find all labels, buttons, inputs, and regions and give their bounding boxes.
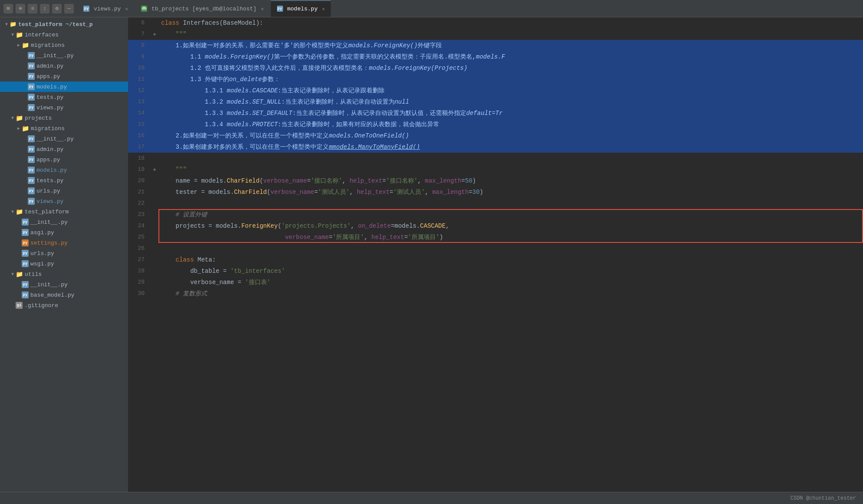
- apps-py-1-icon: py: [28, 73, 35, 80]
- tab-db-label: tb_projects [eyes_db@localhost]: [152, 6, 257, 12]
- tab-db-close[interactable]: ✕: [261, 6, 264, 12]
- sidebar-item-init-py-1[interactable]: py __init__.py: [0, 50, 128, 61]
- line-num-17: 17: [128, 141, 150, 153]
- utils-folder-icon: 📁: [16, 271, 23, 278]
- sidebar-item-test_platform[interactable]: ▼ 📁 test_platform: [0, 206, 128, 217]
- views-py-2-icon: py: [28, 198, 35, 205]
- sidebar-item-settings-py[interactable]: py settings.py: [0, 238, 128, 248]
- code-area: 6 class Interfaces(BaseModel): 7 ◆ """ 8…: [128, 17, 863, 492]
- migrations-1-label: migrations: [31, 42, 65, 49]
- sidebar-item-utils[interactable]: ▼ 📁 utils: [0, 269, 128, 279]
- line-num-20: 20: [128, 175, 150, 187]
- sidebar-item-interfaces[interactable]: ▼ 📁 interfaces: [0, 29, 128, 40]
- window-icon-1[interactable]: ⊞: [3, 4, 13, 13]
- sidebar-item-models-py-2[interactable]: py models.py: [0, 165, 128, 175]
- utils-arrow: ▼: [10, 272, 16, 277]
- line-code-6: class Interfaces(BaseModel):: [159, 17, 863, 29]
- sidebar-item-migrations-2[interactable]: ▶ 📁 migrations: [0, 123, 128, 134]
- tests-py-2-label: tests.py: [36, 177, 63, 184]
- line-code-13: 1.3.2 models.SET_NULL:当主表记录删除时，从表记录自动设置为…: [159, 96, 863, 108]
- line-gutter-20: [150, 175, 159, 187]
- code-line-14: 14 1.3.3 models.SET_DEFAULT:当主表记录删除时，从表记…: [128, 108, 863, 119]
- sidebar-item-wsgi-py[interactable]: py wsgi.py: [0, 259, 128, 269]
- code-line-29: 29 verbose_name = '接口表': [128, 277, 863, 288]
- code-line-23: 23 # 设置外键: [128, 209, 863, 220]
- window-icon-2[interactable]: ⊕: [16, 4, 25, 13]
- base_model-py-arrow: [16, 293, 22, 298]
- line-code-18: [159, 153, 863, 164]
- migrations-2-label: migrations: [31, 125, 65, 132]
- sidebar-item-views-py-2[interactable]: py views.py: [0, 196, 128, 206]
- sidebar-item-tests-py-2[interactable]: py tests.py: [0, 175, 128, 186]
- line-num-13: 13: [128, 96, 150, 108]
- line-gutter-17: [150, 141, 159, 153]
- tab-models[interactable]: py models.py ✕: [271, 0, 331, 17]
- code-line-11: 11 1.3 外键中的on_delete参数：: [128, 74, 863, 85]
- line-gutter-7: ◆: [150, 29, 159, 40]
- tab-models-close[interactable]: ✕: [322, 6, 325, 12]
- tab-views[interactable]: py views.py ✕: [77, 0, 134, 17]
- line-gutter-24: [150, 220, 159, 232]
- views-py-1-arrow: [22, 105, 28, 110]
- views-py-1-icon: py: [28, 104, 35, 111]
- tab-views-close[interactable]: ✕: [125, 6, 128, 12]
- admin-py-2-icon: py: [28, 146, 35, 153]
- tests-py-2-arrow: [22, 178, 28, 183]
- interfaces-folder-icon: 📁: [16, 31, 23, 39]
- sidebar-item-migrations-1[interactable]: ▶ 📁 migrations: [0, 40, 128, 50]
- tab-db[interactable]: db tb_projects [eyes_db@localhost] ✕: [135, 0, 270, 17]
- window-icon-5[interactable]: ⚙: [52, 4, 62, 13]
- sidebar-item-projects[interactable]: ▼ 📁 projects: [0, 113, 128, 123]
- code-line-30: 30 # 复数形式: [128, 288, 863, 299]
- sidebar-item-tests-py-1[interactable]: py tests.py: [0, 92, 128, 102]
- sidebar-item-apps-py-2[interactable]: py apps.py: [0, 154, 128, 165]
- sidebar-item-urls-py-1[interactable]: py urls.py: [0, 186, 128, 196]
- window-icon-6[interactable]: —: [64, 4, 74, 13]
- line-num-10: 10: [128, 62, 150, 74]
- sidebar-item-init-py-2[interactable]: py __init__.py: [0, 134, 128, 144]
- sidebar-item-asgi-py[interactable]: py asgi.py: [0, 227, 128, 238]
- line-code-11: 1.3 外键中的on_delete参数：: [159, 74, 863, 85]
- code-line-7: 7 ◆ """: [128, 29, 863, 40]
- line-num-6: 6: [128, 17, 150, 29]
- line-num-27: 27: [128, 254, 150, 265]
- sidebar-item-admin-py-1[interactable]: py admin.py: [0, 61, 128, 71]
- sidebar-item-models-py-1[interactable]: py models.py: [0, 82, 128, 92]
- init-py-4-label: __init__.py: [30, 281, 68, 288]
- line-code-22: [159, 198, 863, 209]
- sidebar-item-urls-py-2[interactable]: py urls.py: [0, 248, 128, 259]
- tests-py-1-arrow: [22, 95, 28, 100]
- sidebar-item-gitignore[interactable]: gi .gitignore: [0, 300, 128, 311]
- sidebar-item-init-py-4[interactable]: py __init__.py: [0, 279, 128, 290]
- sidebar-item-views-py-1[interactable]: py views.py: [0, 102, 128, 113]
- urls-py-2-arrow: [16, 251, 22, 256]
- statusbar-text: CSDN @chuntian_tester: [791, 495, 856, 501]
- utils-label: utils: [25, 271, 42, 278]
- projects-arrow: ▼: [10, 116, 16, 121]
- code-line-16: 16 2.如果创建一对一的关系，可以在任意一个模型类中定义models.OneT…: [128, 130, 863, 141]
- models-py-1-arrow: [22, 85, 28, 89]
- init-py-4-icon: py: [22, 281, 29, 288]
- statusbar: CSDN @chuntian_tester: [0, 492, 863, 504]
- sidebar-item-init-py-3[interactable]: py __init__.py: [0, 217, 128, 227]
- sidebar-item-admin-py-2[interactable]: py admin.py: [0, 144, 128, 154]
- code-line-12: 12 1.3.1 models.CASCADE:当主表记录删除时，从表记录跟着删…: [128, 85, 863, 96]
- code-line-24: 24 projects = models.ForeignKey('project…: [128, 220, 863, 232]
- line-gutter-8: [150, 40, 159, 51]
- window-icon-4[interactable]: ↕: [40, 4, 49, 13]
- sidebar-item-apps-py-1[interactable]: py apps.py: [0, 71, 128, 82]
- window-icon-3[interactable]: ≡: [28, 4, 37, 13]
- sidebar-item-base_model-py[interactable]: py base_model.py: [0, 290, 128, 300]
- line-gutter-30: [150, 288, 159, 299]
- line-code-15: 1.3.4 models.PROTECT:当主表记录删除时，如果有对应的从表数据…: [159, 119, 863, 130]
- line-num-8: 8: [128, 40, 150, 51]
- views-py-2-arrow: [22, 199, 28, 204]
- line-gutter-12: [150, 85, 159, 96]
- code-content: 6 class Interfaces(BaseModel): 7 ◆ """ 8…: [128, 17, 863, 492]
- line-code-19: """: [159, 164, 863, 175]
- tab-views-icon: py: [83, 6, 89, 12]
- line-gutter-23: [150, 209, 159, 220]
- models-py-1-icon: py: [28, 83, 35, 90]
- sidebar-root[interactable]: ▼ 📁 test_platform ~/test_p: [0, 19, 128, 29]
- gitignore-icon: gi: [16, 302, 23, 309]
